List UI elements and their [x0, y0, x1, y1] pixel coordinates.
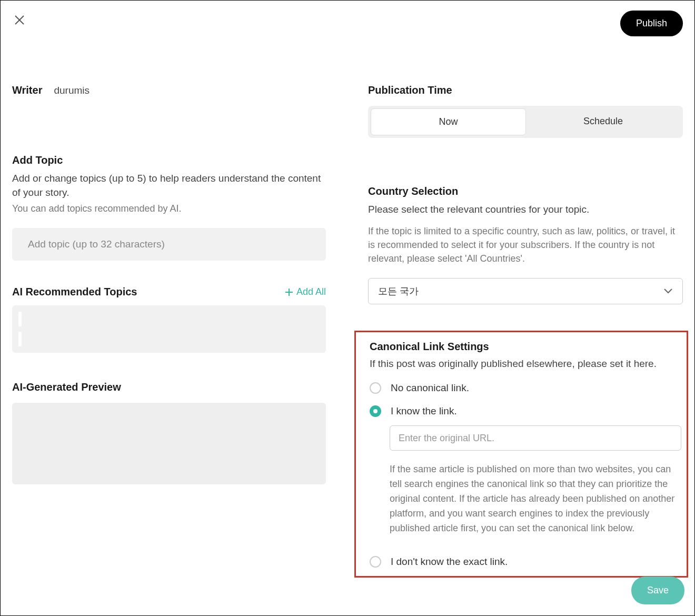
plus-icon: [285, 288, 293, 296]
canonical-link-section: Canonical Link Settings If this post was…: [354, 331, 688, 578]
country-select[interactable]: 모든 국가: [368, 278, 683, 304]
radio-label-none: No canonical link.: [391, 382, 469, 394]
country-select-value: 모든 국가: [378, 285, 419, 297]
topic-placeholder: [18, 312, 22, 326]
country-selection-desc: Please select the relevant countries for…: [368, 203, 683, 217]
chevron-down-icon: [663, 288, 673, 294]
close-icon: [14, 15, 25, 25]
radio-know-link[interactable]: I know the link.: [370, 405, 681, 417]
radio-label-unknown: I don't know the exact link.: [391, 556, 508, 568]
ai-topics-title: AI Recommended Topics: [12, 286, 137, 298]
close-button[interactable]: [12, 13, 27, 27]
country-selection-title: Country Selection: [368, 185, 683, 197]
radio-no-canonical[interactable]: No canonical link.: [370, 382, 681, 394]
add-all-button[interactable]: Add All: [285, 286, 326, 297]
canonical-help-text: If the same article is published on more…: [390, 462, 681, 535]
country-selection-hint: If the topic is limited to a specific co…: [368, 224, 683, 265]
publication-time-toggle: Now Schedule: [368, 106, 683, 138]
topic-input[interactable]: [12, 228, 326, 261]
add-topic-title: Add Topic: [12, 154, 326, 166]
country-selection-section: Country Selection Please select the rele…: [368, 185, 683, 304]
add-all-label: Add All: [296, 286, 326, 297]
radio-icon: [370, 405, 381, 417]
tab-now[interactable]: Now: [371, 108, 526, 135]
writer-row: Writer durumis: [12, 84, 326, 96]
writer-label: Writer: [12, 84, 42, 96]
radio-unknown-link[interactable]: I don't know the exact link.: [370, 556, 681, 568]
add-topic-hint: You can add topics recommended by AI.: [12, 202, 326, 215]
radio-label-know: I know the link.: [391, 405, 457, 417]
ai-topics-box: [12, 305, 326, 353]
publish-button[interactable]: Publish: [620, 11, 683, 36]
canonical-desc: If this post was originally published el…: [370, 357, 681, 371]
add-topic-section: Add Topic Add or change topics (up to 5)…: [12, 154, 326, 261]
preview-title: AI-Generated Preview: [12, 381, 326, 393]
topic-placeholder: [18, 332, 22, 346]
preview-box: [12, 403, 326, 484]
writer-name: durumis: [54, 85, 90, 96]
canonical-url-input[interactable]: [390, 425, 681, 451]
add-topic-desc: Add or change topics (up to 5) to help r…: [12, 172, 326, 200]
radio-icon: [370, 556, 381, 568]
canonical-title: Canonical Link Settings: [370, 341, 681, 353]
save-button[interactable]: Save: [631, 577, 684, 604]
publication-time-title: Publication Time: [368, 84, 683, 96]
publication-time-section: Publication Time Now Schedule: [368, 84, 683, 138]
radio-icon: [370, 382, 381, 394]
tab-schedule[interactable]: Schedule: [526, 108, 680, 135]
